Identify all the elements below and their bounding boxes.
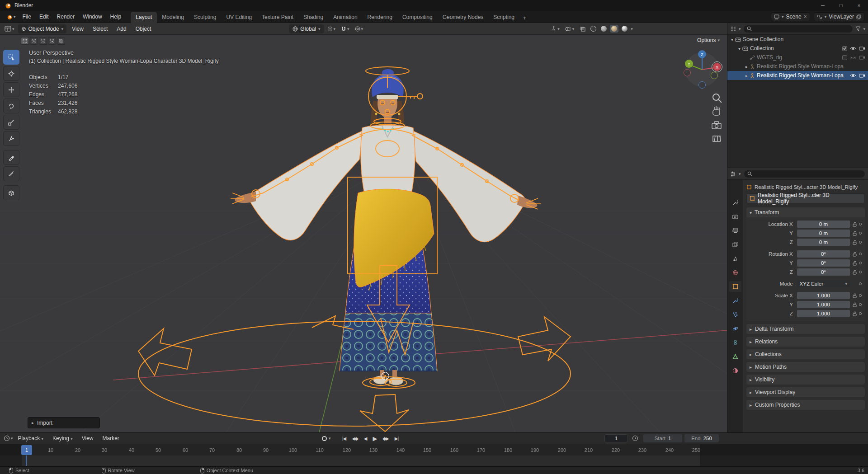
options-dropdown[interactable]: Options ▾	[697, 37, 720, 43]
pivot-point-button[interactable]: ▾	[326, 26, 338, 32]
import-operator-panel[interactable]: ▸ Import	[28, 417, 100, 428]
tab-shading[interactable]: Shading	[298, 12, 328, 23]
lock-icon[interactable]	[852, 311, 858, 316]
section-custom-properties[interactable]: ▸ Custom Properties	[746, 400, 865, 410]
move-tool[interactable]	[3, 82, 19, 97]
scale-x-input[interactable]: 1.000	[797, 292, 850, 299]
rotation-x-input[interactable]: 0°	[797, 250, 850, 258]
section-relations[interactable]: ▸ Relations	[746, 337, 865, 347]
menu-edit[interactable]: Edit	[35, 14, 53, 20]
select-box-tool[interactable]	[3, 50, 19, 65]
viewlayer-selector[interactable]: ▾ ViewLayer	[814, 12, 864, 21]
shading-solid-button[interactable]	[599, 25, 608, 33]
use-preview-range-icon[interactable]	[632, 435, 638, 441]
menu-view[interactable]: View	[68, 26, 87, 32]
shading-options-chevron[interactable]: ▾	[631, 27, 633, 31]
tab-texture-paint[interactable]: Texture Paint	[257, 12, 298, 23]
animate-dot-icon[interactable]	[858, 312, 863, 315]
scene-selector[interactable]: ▾ Scene ×	[771, 12, 810, 21]
measure-tool[interactable]	[3, 166, 19, 181]
tab-rendering[interactable]: Rendering	[363, 12, 397, 23]
menu-select[interactable]: Select	[89, 26, 111, 32]
tab-modeling[interactable]: Modeling	[157, 12, 189, 23]
show-gizmo-button[interactable]: ▾	[549, 26, 561, 32]
location-z-input[interactable]: 0 m	[797, 239, 850, 246]
outliner-search-input[interactable]	[743, 25, 854, 33]
exclude-checkbox-unchecked[interactable]	[842, 55, 847, 60]
scale-y-input[interactable]: 1.000	[797, 301, 850, 308]
proportional-edit-button[interactable]: ▾	[353, 26, 365, 32]
tab-world[interactable]	[729, 267, 741, 278]
timeline-ruler[interactable]: 10 20 30 40 50 60 70 80 90 100 110 120 1…	[0, 444, 868, 455]
tab-compositing[interactable]: Compositing	[397, 12, 438, 23]
disclosure-icon[interactable]: ▾	[738, 46, 741, 51]
tab-view-layer[interactable]	[729, 239, 741, 250]
select-mode-intersect-button[interactable]	[57, 37, 65, 45]
transform-tool[interactable]	[3, 131, 19, 146]
minimize-button[interactable]: ─	[814, 0, 832, 11]
cursor-tool[interactable]	[3, 66, 19, 81]
outliner-row-woman-lopa-hidden[interactable]: ▸ Realistic Rigged Style Woman-Lopa	[727, 62, 868, 71]
shading-material-button[interactable]	[610, 25, 618, 33]
chevron-down-icon[interactable]: ▾	[11, 436, 13, 441]
shading-wireframe-button[interactable]	[589, 25, 598, 33]
lock-icon[interactable]	[852, 252, 858, 257]
tab-modifiers[interactable]	[729, 295, 741, 306]
editor-type-button[interactable]: ▾	[3, 26, 16, 32]
maximize-button[interactable]: □	[832, 0, 850, 11]
tab-material[interactable]	[729, 365, 741, 376]
navigation-gizmo[interactable]: Z Y X	[684, 50, 722, 89]
outliner-editor-icon[interactable]	[730, 26, 736, 32]
xray-toggle-button[interactable]	[578, 26, 587, 32]
pan-hand-icon[interactable]	[713, 106, 720, 115]
annotate-tool[interactable]	[3, 150, 19, 165]
timeline-track-area[interactable]	[0, 455, 868, 466]
frame-start-input[interactable]: Start 1	[643, 434, 682, 442]
transform-panel-header[interactable]: ▾ Transform	[746, 207, 865, 217]
zoom-icon[interactable]	[713, 94, 722, 103]
jump-to-end-button[interactable]: ▶|	[392, 436, 401, 441]
eye-closed-icon[interactable]	[850, 55, 856, 60]
chevron-down-icon[interactable]: ▾	[863, 27, 865, 31]
animate-dot-icon[interactable]	[858, 303, 863, 306]
tab-sculpting[interactable]: Sculpting	[189, 12, 221, 23]
outliner-row-collection[interactable]: ▾ Collection	[727, 44, 868, 53]
shading-rendered-button[interactable]	[620, 25, 629, 33]
blender-app-menu[interactable]: ▾	[4, 14, 19, 20]
new-layer-icon[interactable]	[856, 14, 861, 19]
menu-object[interactable]: Object	[132, 26, 155, 32]
frame-end-input[interactable]: End 250	[684, 434, 719, 442]
tab-render[interactable]	[729, 211, 741, 222]
select-mode-subtract-button[interactable]	[39, 37, 47, 45]
previous-keyframe-button[interactable]: ◀◆	[349, 436, 360, 441]
rotate-tool[interactable]	[3, 99, 19, 113]
chevron-down-icon[interactable]: ▾	[739, 172, 741, 176]
lock-icon[interactable]	[852, 261, 858, 266]
section-collections[interactable]: ▸ Collections	[746, 349, 865, 359]
animate-dot-icon[interactable]	[858, 262, 863, 264]
show-overlays-button[interactable]: ▾	[563, 26, 576, 32]
chevron-down-icon[interactable]: ▾	[739, 27, 741, 31]
timeline-menu-keying[interactable]: Keying ▾	[48, 435, 77, 441]
location-x-input[interactable]: 0 m	[797, 221, 850, 228]
section-motion-paths[interactable]: ▸ Motion Paths	[746, 362, 865, 372]
tab-tool[interactable]	[729, 197, 741, 208]
lock-icon[interactable]	[852, 222, 858, 227]
camera-render-icon[interactable]	[859, 46, 865, 51]
disclosure-icon[interactable]: ▸	[745, 64, 748, 69]
jump-to-start-button[interactable]: |◀	[340, 436, 348, 441]
outliner-row-woman-lopa-active[interactable]: ▸ Realistic Rigged Style Woman-Lopa	[727, 71, 868, 80]
close-button[interactable]: ×	[850, 0, 868, 11]
scale-z-input[interactable]: 1.000	[797, 310, 850, 317]
tab-object[interactable]	[729, 281, 741, 292]
lock-icon[interactable]	[852, 293, 858, 298]
outliner-row-scene-collection[interactable]: ▾ Scene Collection	[727, 35, 868, 44]
lock-icon[interactable]	[852, 240, 858, 245]
eye-icon[interactable]	[850, 73, 856, 78]
menu-render[interactable]: Render	[53, 14, 79, 20]
current-frame-input[interactable]: 1	[604, 434, 628, 442]
timeline-editor-icon[interactable]	[4, 435, 10, 441]
tab-output[interactable]	[729, 225, 741, 236]
tab-scripting[interactable]: Scripting	[488, 12, 519, 23]
section-viewport-display[interactable]: ▸ Viewport Display	[746, 387, 865, 397]
